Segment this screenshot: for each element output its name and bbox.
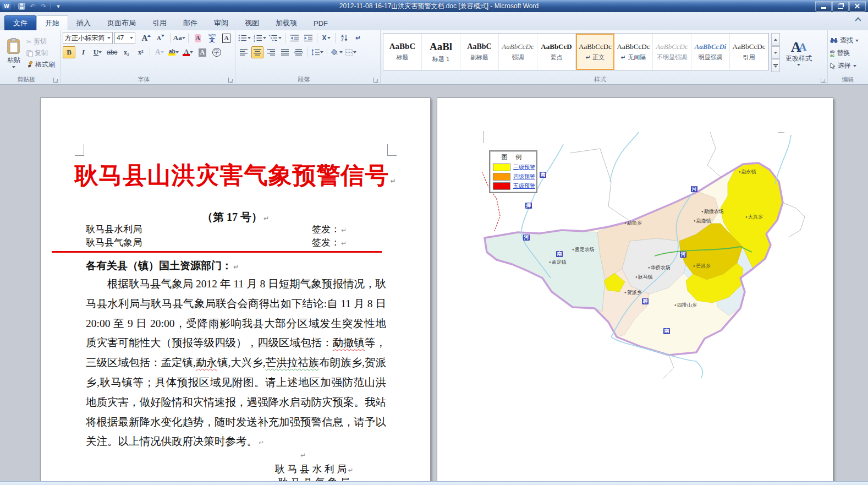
- ribbon-tab-row: 文件 开始插入页面布局引用邮件审阅视图加载项PDF: [0, 12, 868, 30]
- paragraph-dialog-launcher[interactable]: [373, 78, 378, 83]
- map-label-勐撒镇: ●勐撒镇: [694, 217, 711, 225]
- align-left-icon[interactable]: [238, 46, 250, 58]
- river-label-捧: 捧: [525, 203, 532, 209]
- divider: [14, 3, 14, 9]
- tab-file[interactable]: 文件: [4, 15, 36, 30]
- line-spacing-icon[interactable]: [311, 46, 324, 58]
- save-icon[interactable]: [17, 2, 26, 10]
- justify-icon[interactable]: [279, 46, 291, 58]
- grow-font-button[interactable]: A: [140, 32, 153, 44]
- asian-layout-icon[interactable]: X: [320, 32, 332, 44]
- style-不明显强调[interactable]: AaBbCcDc不明显强调: [653, 34, 691, 70]
- qat-customize-icon[interactable]: ▾: [54, 2, 63, 10]
- misspelled-text: 勐撒镇: [333, 337, 365, 348]
- document-page-1[interactable]: 耿马县山洪灾害气象预警信号↵ （第 17 号）↵ 耿马县水利局签发：↵耿马县气象…: [40, 97, 431, 481]
- tab-页面布局[interactable]: 页面布局: [99, 16, 144, 30]
- legend-title: 图 例: [493, 153, 534, 161]
- shading-bucket-icon[interactable]: [330, 46, 343, 58]
- align-right-icon[interactable]: [265, 46, 277, 58]
- word-app-icon[interactable]: W: [2, 2, 11, 10]
- collapse-ribbon-icon[interactable]: [856, 17, 860, 21]
- italic-button[interactable]: I: [77, 46, 90, 58]
- style-引用[interactable]: AaBbCcDc引用: [730, 34, 768, 70]
- style-标题 1[interactable]: AaBl标题 1: [422, 34, 460, 70]
- legend-swatch: [493, 182, 510, 190]
- change-styles-button[interactable]: AA 更改样式: [782, 32, 815, 75]
- align-center-icon[interactable]: [251, 46, 263, 58]
- sort-icon[interactable]: AZ: [338, 32, 350, 44]
- binoculars-icon: [830, 37, 838, 43]
- styles-scroll-down-icon[interactable]: [771, 46, 780, 59]
- document-area[interactable]: 耿马县山洪灾害气象预警信号↵ （第 17 号）↵ 耿马县水利局签发：↵耿马县气象…: [0, 85, 868, 481]
- show-marks-icon[interactable]: ↵: [352, 32, 364, 44]
- format-painter-button[interactable]: 格式刷: [26, 60, 55, 69]
- style-标题[interactable]: AaBbC标题: [383, 34, 422, 70]
- group-font: 方正小标宋简 47 A A Aa A wén文 A B I U abc x₂ x…: [61, 30, 235, 84]
- enclose-character-button[interactable]: 字: [210, 46, 223, 58]
- subscript-button[interactable]: x₂: [120, 46, 133, 58]
- styles-more-icon[interactable]: [771, 59, 780, 72]
- tab-审阅[interactable]: 审阅: [206, 16, 237, 30]
- bullet-list-icon[interactable]: [238, 32, 251, 44]
- style-强调[interactable]: AaBbCcDc强调: [499, 34, 537, 70]
- font-name-select[interactable]: 方正小标宋简: [63, 32, 113, 44]
- character-shading-button[interactable]: A: [196, 46, 208, 58]
- highlight-color-button[interactable]: ab: [167, 46, 180, 58]
- shrink-font-button[interactable]: A: [155, 32, 167, 44]
- styles-gallery: AaBbC标题AaBl标题 1AaBbC副标题AaBbCcDc强调AaBbCcD…: [383, 33, 769, 70]
- clear-formatting-icon[interactable]: A: [191, 32, 204, 44]
- document-page-2[interactable]: 图 例 三级预警四级预警五级预警 ●勐永镇●勐简乡●勐撒农场●勐撒镇●大兴乡●孟…: [437, 97, 833, 481]
- map-label-勐撒农场: ●勐撒农场: [701, 208, 724, 215]
- font-dialog-launcher[interactable]: [228, 78, 233, 83]
- tab-插入[interactable]: 插入: [68, 16, 99, 30]
- character-border-icon[interactable]: A: [220, 32, 233, 44]
- legend-item: 三级预警: [493, 162, 534, 172]
- group-editing: 查找 abac 替换 选择 编辑: [828, 30, 868, 84]
- minimize-button[interactable]: [815, 1, 832, 12]
- underline-button[interactable]: U: [91, 46, 104, 58]
- restore-button[interactable]: [832, 1, 849, 12]
- tab-开始[interactable]: 开始: [36, 15, 68, 30]
- undo-icon[interactable]: ↶: [28, 2, 37, 10]
- change-case-button[interactable]: Aa: [173, 32, 185, 44]
- tab-邮件[interactable]: 邮件: [175, 16, 206, 30]
- clipboard-dialog-launcher[interactable]: [53, 78, 58, 83]
- phonetic-guide-icon[interactable]: wén文: [206, 32, 218, 44]
- numbered-list-icon[interactable]: 123: [253, 32, 267, 44]
- tab-加载项[interactable]: 加载项: [267, 16, 305, 30]
- tab-引用[interactable]: 引用: [144, 16, 175, 30]
- select-button[interactable]: 选择: [830, 61, 866, 70]
- multilevel-list-icon[interactable]: [268, 32, 282, 44]
- bold-button[interactable]: B: [63, 46, 75, 58]
- decrease-indent-icon[interactable]: [288, 32, 300, 44]
- font-color-button[interactable]: A: [182, 46, 194, 58]
- font-size-select[interactable]: 47: [114, 32, 135, 44]
- replace-button[interactable]: abac 替换: [830, 48, 866, 58]
- style-副标题[interactable]: AaBbC副标题: [460, 34, 499, 70]
- tab-视图[interactable]: 视图: [237, 16, 267, 30]
- styles-scroll-up-icon[interactable]: [771, 33, 780, 46]
- find-button[interactable]: 查找: [830, 36, 866, 45]
- paste-clipboard-icon: [7, 38, 21, 55]
- tab-PDF[interactable]: PDF: [305, 16, 336, 30]
- cut-button[interactable]: ✂剪切: [26, 37, 55, 46]
- style-明显强调[interactable]: AaBbCcDi明显强调: [691, 34, 730, 70]
- legend-item: 四级预警: [493, 172, 534, 181]
- copy-button[interactable]: 复制: [26, 48, 55, 58]
- copy-pages-icon: [26, 50, 33, 57]
- style-要点[interactable]: AaBbCcD要点: [537, 34, 576, 70]
- close-button[interactable]: [849, 1, 866, 12]
- borders-icon[interactable]: [345, 46, 357, 58]
- group-clipboard: 粘贴 ✂剪切 复制 格式刷 剪贴板: [0, 30, 61, 84]
- styles-dialog-launcher[interactable]: [821, 78, 826, 83]
- ribbon-tabs: 开始插入页面布局引用邮件审阅视图加载项PDF: [36, 15, 336, 30]
- strikethrough-button[interactable]: abc: [106, 46, 118, 58]
- superscript-button[interactable]: x²: [134, 46, 147, 58]
- style-正文[interactable]: AaBbCcDc↵ 正文: [576, 34, 614, 70]
- distribute-icon[interactable]: [293, 46, 305, 58]
- redo-icon[interactable]: ↷: [39, 2, 48, 10]
- style-无间隔[interactable]: AaBbCcDc↵ 无间隔: [614, 34, 653, 70]
- paste-button[interactable]: 粘贴: [2, 32, 25, 74]
- increase-indent-icon[interactable]: [302, 32, 314, 44]
- text-effects-button[interactable]: A: [153, 46, 166, 58]
